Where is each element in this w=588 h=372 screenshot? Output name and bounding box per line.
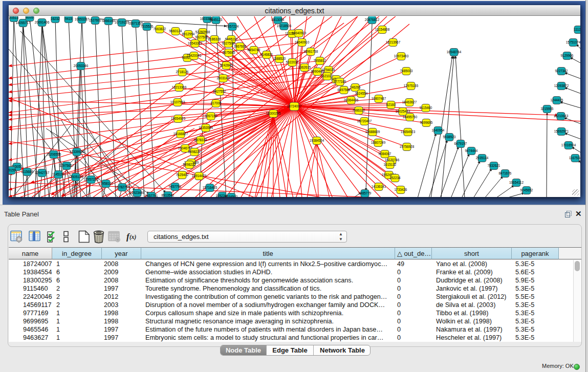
svg-text:18300295: 18300295 (266, 112, 281, 115)
svg-text:12942737: 12942737 (35, 171, 50, 174)
svg-text:1167534: 1167534 (569, 156, 580, 160)
svg-text:9115460: 9115460 (420, 106, 432, 110)
svg-text:17016504: 17016504 (561, 143, 576, 147)
svg-text:7986322: 7986322 (353, 108, 365, 112)
svg-text:10807487: 10807487 (372, 97, 386, 100)
svg-text:1640954: 1640954 (432, 128, 445, 132)
svg-text:14136141: 14136141 (372, 185, 386, 188)
svg-text:9245652: 9245652 (520, 188, 533, 192)
svg-text:12213967: 12213967 (386, 40, 401, 44)
svg-text:12505135: 12505135 (69, 175, 83, 179)
svg-text:9327508: 9327508 (222, 41, 235, 45)
svg-text:17957225: 17957225 (84, 178, 99, 181)
svg-text:3215955: 3215955 (541, 107, 554, 111)
svg-text:17339928: 17339928 (70, 150, 84, 154)
svg-text:1145194: 1145194 (52, 172, 65, 176)
svg-text:9845123: 9845123 (210, 18, 223, 21)
svg-text:26206555: 26206555 (47, 152, 61, 156)
svg-text:9457791: 9457791 (145, 194, 158, 197)
svg-text:8186328: 8186328 (208, 37, 221, 41)
svg-text:8913542: 8913542 (162, 193, 175, 197)
svg-text:16548784: 16548784 (447, 50, 462, 54)
svg-text:16782759: 16782759 (115, 185, 130, 189)
svg-text:1733426: 1733426 (395, 188, 407, 191)
svg-text:8105: 8105 (26, 16, 34, 19)
svg-text:1115688: 1115688 (21, 170, 33, 173)
svg-text:12975155: 12975155 (404, 84, 419, 87)
svg-text:15716485: 15716485 (203, 186, 217, 189)
svg-text:18495750: 18495750 (403, 115, 418, 119)
svg-text:10653287: 10653287 (75, 17, 90, 21)
svg-text:18463627: 18463627 (402, 100, 417, 104)
svg-text:5498222: 5498222 (183, 163, 196, 166)
svg-text:9084067: 9084067 (379, 152, 391, 156)
svg-text:10688609: 10688609 (365, 130, 380, 134)
svg-text:2718126: 2718126 (176, 70, 189, 74)
svg-text:15720407: 15720407 (357, 119, 372, 123)
svg-text:2803144: 2803144 (217, 76, 230, 80)
svg-text:13654923: 13654923 (401, 130, 416, 134)
svg-text:10107553: 10107553 (170, 100, 185, 104)
svg-text:12923446: 12923446 (130, 191, 145, 194)
svg-text:10719155: 10719155 (115, 20, 129, 24)
svg-text:14055717: 14055717 (16, 21, 31, 25)
svg-text:746266: 746266 (350, 85, 361, 89)
svg-text:2935114: 2935114 (476, 156, 489, 160)
svg-text:10025433: 10025433 (396, 110, 410, 113)
svg-text:16232: 16232 (51, 17, 60, 20)
svg-text:7955812: 7955812 (314, 59, 326, 62)
svg-text:18724007: 18724007 (287, 104, 302, 108)
svg-text:3267150: 3267150 (205, 114, 217, 118)
svg-text:9227342: 9227342 (555, 69, 568, 73)
svg-text:1588520: 1588520 (273, 57, 286, 60)
svg-text:9660124: 9660124 (169, 29, 182, 33)
svg-text:7832621: 7832621 (488, 164, 500, 167)
svg-text:1362615: 1362615 (298, 65, 311, 69)
svg-text:7515526: 7515526 (141, 25, 154, 28)
svg-text:1244415: 1244415 (551, 98, 563, 102)
svg-text:6466160: 6466160 (102, 19, 115, 23)
svg-text:19166827: 19166827 (173, 132, 188, 136)
svg-text:16640919: 16640919 (292, 31, 307, 35)
svg-text:1615132: 1615132 (384, 163, 397, 166)
svg-text:7625402: 7625402 (176, 173, 189, 177)
svg-text:19756928: 19756928 (400, 145, 415, 148)
svg-text:8454749: 8454749 (248, 48, 260, 52)
svg-text:18807249: 18807249 (371, 141, 386, 144)
svg-text:20513: 20513 (9, 16, 18, 19)
svg-text:10975657: 10975657 (59, 164, 74, 167)
svg-text:11123: 11123 (574, 28, 580, 31)
svg-text:8813054: 8813054 (272, 18, 285, 21)
svg-text:8912954: 8912954 (182, 32, 195, 36)
svg-text:2867608: 2867608 (234, 45, 247, 48)
svg-text:7485003: 7485003 (400, 69, 413, 73)
svg-text:12093872: 12093872 (554, 84, 569, 87)
svg-text:9474444: 9474444 (465, 149, 478, 152)
svg-text:6794024: 6794024 (322, 68, 335, 72)
svg-text:16961758: 16961758 (303, 50, 318, 53)
svg-text:10973493: 10973493 (394, 54, 409, 58)
svg-text:5322037: 5322037 (286, 60, 299, 64)
svg-text:317006: 317006 (210, 101, 222, 105)
svg-text:62160: 62160 (386, 103, 396, 106)
svg-text:9129966: 9129966 (561, 54, 574, 57)
svg-text:1527602: 1527602 (89, 18, 102, 22)
svg-text:8234502: 8234502 (225, 195, 238, 197)
svg-text:20364436: 20364436 (344, 98, 359, 102)
svg-text:20691406: 20691406 (35, 20, 50, 24)
svg-text:5938923: 5938923 (443, 135, 456, 139)
svg-text:18640910: 18640910 (295, 40, 310, 44)
svg-text:9415: 9415 (65, 17, 73, 20)
svg-text:9242845: 9242845 (220, 63, 233, 67)
svg-text:16154808: 16154808 (375, 28, 390, 31)
svg-text:8471676: 8471676 (499, 171, 512, 175)
svg-text:7857224: 7857224 (226, 25, 239, 28)
svg-text:20876812: 20876812 (365, 18, 380, 21)
svg-text:16210643: 16210643 (554, 114, 569, 118)
svg-text:20053346: 20053346 (74, 64, 89, 68)
svg-text:5498222: 5498222 (188, 150, 201, 154)
svg-text:3675685: 3675685 (223, 51, 235, 54)
svg-text:12213369: 12213369 (172, 85, 187, 89)
svg-text:10654112: 10654112 (509, 181, 524, 184)
svg-text:(x): (x) (129, 234, 137, 240)
